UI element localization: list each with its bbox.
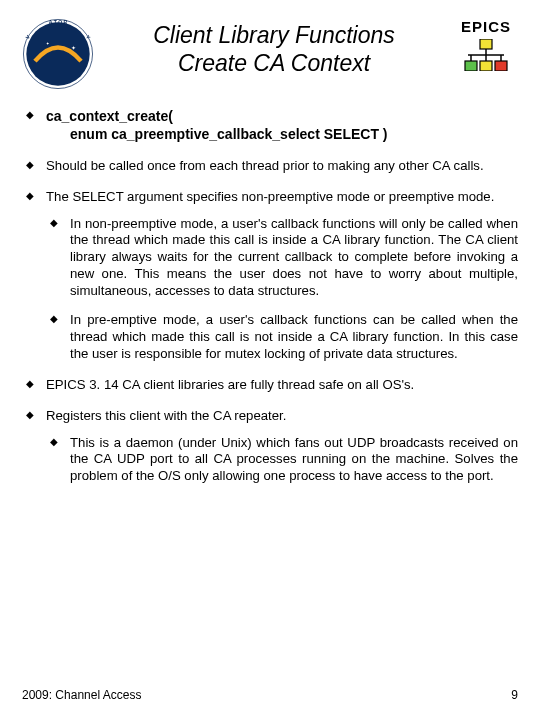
slide-title: Client Library Functions Create CA Conte… <box>106 18 442 77</box>
sig-line-1: ca_context_create( <box>46 108 173 124</box>
bullet-2: Should be called once from each thread p… <box>22 158 518 175</box>
epics-label: EPICS <box>461 18 511 35</box>
bullet-list: ca_context_create( enum ca_preemptive_ca… <box>22 108 518 485</box>
svg-rect-13 <box>465 61 477 71</box>
title-line-1: Client Library Functions <box>106 22 442 50</box>
svg-rect-14 <box>480 61 492 71</box>
footer-page-number: 9 <box>511 688 518 702</box>
svg-text:✦: ✦ <box>71 44 76 51</box>
svg-text:A T O R: A T O R <box>49 19 68 25</box>
epics-logo-block: EPICS <box>454 18 518 71</box>
slide-header: A T O R V Y ✦ ✦ Client Library Functions… <box>22 18 518 90</box>
sig-line-2: enum ca_preemptive_callback_select SELEC… <box>46 126 518 144</box>
svg-rect-12 <box>480 39 492 49</box>
footer-left: 2009: Channel Access <box>22 688 141 702</box>
bullet-5: Registers this client with the CA repeat… <box>22 408 518 486</box>
bullet-3-text: The SELECT argument specifies non-preemp… <box>46 189 494 204</box>
bullet-5-sublist: This is a daemon (under Unix) which fans… <box>46 435 518 486</box>
slide-footer: 2009: Channel Access 9 <box>22 688 518 702</box>
bullet-signature: ca_context_create( enum ca_preemptive_ca… <box>22 108 518 144</box>
bullet-3-sub-1: In non-preemptive mode, a user's callbac… <box>46 216 518 300</box>
bullet-5-sub-1: This is a daemon (under Unix) which fans… <box>46 435 518 486</box>
bullet-3-sub-2: In pre-emptive mode, a user's callback f… <box>46 312 518 363</box>
bullet-4: EPICS 3. 14 CA client libraries are full… <box>22 377 518 394</box>
svg-point-0 <box>26 22 89 85</box>
bullet-3-sublist: In non-preemptive mode, a user's callbac… <box>46 216 518 363</box>
observatory-sciences-logo: A T O R V Y ✦ ✦ <box>22 18 94 90</box>
svg-rect-15 <box>495 61 507 71</box>
epics-network-icon <box>462 39 510 71</box>
title-line-2: Create CA Context <box>106 50 442 78</box>
bullet-5-text: Registers this client with the CA repeat… <box>46 408 286 423</box>
bullet-3: The SELECT argument specifies non-preemp… <box>22 189 518 363</box>
